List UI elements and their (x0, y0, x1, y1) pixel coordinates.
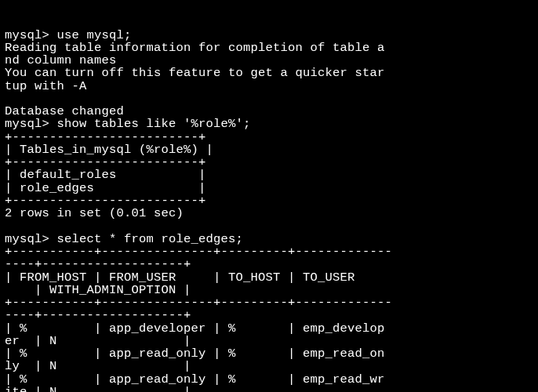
table-row: ite | N | (5, 385, 191, 392)
output-line: tup with -A (5, 79, 87, 93)
result-summary: 2 rows in set (0.01 sec) (5, 206, 184, 220)
